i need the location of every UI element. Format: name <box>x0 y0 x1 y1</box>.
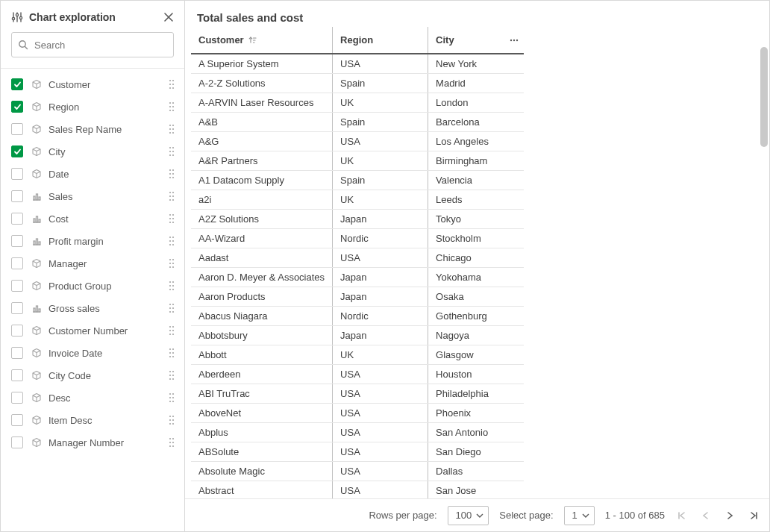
table-row[interactable]: A&GUSALos Angeles <box>191 132 524 151</box>
table-cell: Nagoya <box>428 326 524 345</box>
prev-page-button[interactable] <box>699 509 713 522</box>
table-cell: Abstract <box>191 481 333 499</box>
column-header[interactable]: Customer <box>191 27 333 54</box>
table-row[interactable]: A-ARVIN Laser ResourcesUKLondon <box>191 93 524 113</box>
field-checkbox[interactable] <box>11 436 23 448</box>
table-row[interactable]: Absolute MagicUSADallas <box>191 462 524 481</box>
table-row[interactable]: Aaron ProductsJapanOsaka <box>191 287 524 307</box>
field-checkbox[interactable] <box>11 414 23 426</box>
measure-icon <box>31 213 43 225</box>
field-item[interactable]: Customer Number <box>1 319 184 342</box>
field-checkbox[interactable] <box>11 78 23 90</box>
drag-handle-icon[interactable] <box>166 235 177 247</box>
close-icon[interactable] <box>163 12 174 22</box>
field-item[interactable]: Region <box>1 96 184 118</box>
table-row[interactable]: AberdeenUSAHouston <box>191 365 524 384</box>
field-checkbox[interactable] <box>11 369 23 381</box>
field-item[interactable]: Desc <box>1 387 184 409</box>
svg-point-150 <box>169 442 171 443</box>
field-checkbox[interactable] <box>11 123 23 135</box>
field-checkbox[interactable] <box>11 257 23 269</box>
table-row[interactable]: Aaron D. Meyer & AssociatesJapanYokohama <box>191 268 524 287</box>
field-item[interactable]: Date <box>1 163 184 185</box>
column-header[interactable]: City <box>428 27 524 54</box>
table-row[interactable]: A&R PartnersUKBirmingham <box>191 151 524 171</box>
vertical-scrollbar[interactable] <box>760 46 768 493</box>
table-row[interactable]: ABI TruTracUSAPhiladelphia <box>191 384 524 404</box>
column-menu-icon[interactable] <box>509 35 519 46</box>
field-item[interactable]: Product Group <box>1 275 184 297</box>
drag-handle-icon[interactable] <box>166 101 177 113</box>
field-checkbox[interactable] <box>11 347 23 359</box>
drag-handle-icon[interactable] <box>166 280 177 292</box>
search-input-wrap[interactable] <box>11 32 174 57</box>
table-row[interactable]: AbbotsburyJapanNagoya <box>191 326 524 345</box>
last-page-button[interactable] <box>747 509 760 522</box>
table-row[interactable]: AadastUSAChicago <box>191 248 524 268</box>
field-checkbox[interactable] <box>11 392 23 404</box>
field-item[interactable]: Cost <box>1 207 184 230</box>
field-checkbox[interactable] <box>11 190 23 202</box>
drag-handle-icon[interactable] <box>166 145 177 157</box>
drag-handle-icon[interactable] <box>166 392 177 404</box>
field-item[interactable]: Sales Rep Name <box>1 118 184 140</box>
table-row[interactable]: A2Z SolutionsJapanTokyo <box>191 210 524 229</box>
field-checkbox[interactable] <box>11 168 23 180</box>
table-row[interactable]: a2iUKLeeds <box>191 190 524 210</box>
drag-handle-icon[interactable] <box>166 257 177 269</box>
field-item[interactable]: Manager Number <box>1 431 184 454</box>
field-checkbox[interactable] <box>11 213 23 225</box>
svg-point-104 <box>169 311 171 313</box>
field-item[interactable]: Invoice Date <box>1 342 184 364</box>
search-input[interactable] <box>33 39 167 51</box>
svg-point-45 <box>172 169 174 171</box>
field-checkbox[interactable] <box>11 302 23 314</box>
drag-handle-icon[interactable] <box>166 347 177 359</box>
table-row[interactable]: A&BSpainBarcelona <box>191 113 524 132</box>
field-item[interactable]: City <box>1 140 184 163</box>
table-row[interactable]: ABSoluteUSASan Diego <box>191 442 524 462</box>
drag-handle-icon[interactable] <box>166 436 177 448</box>
field-label: Sales Rep Name <box>48 124 166 135</box>
field-item[interactable]: Item Desc <box>1 409 184 431</box>
table-cell: A1 Datacom Supply <box>191 171 333 190</box>
table-row[interactable]: Abacus NiagaraNordicGothenburg <box>191 307 524 326</box>
drag-handle-icon[interactable] <box>166 123 177 135</box>
table-row[interactable]: A-2-Z SolutionsSpainMadrid <box>191 74 524 93</box>
next-page-button[interactable] <box>723 509 736 522</box>
table-row[interactable]: A1 Datacom SupplySpainValencia <box>191 171 524 190</box>
rows-per-page-select[interactable]: 100 <box>448 506 489 525</box>
field-item[interactable]: City Code <box>1 364 184 387</box>
drag-handle-icon[interactable] <box>166 369 177 381</box>
field-item[interactable]: Gross sales <box>1 297 184 319</box>
field-item[interactable]: Profit margin <box>1 230 184 252</box>
field-item[interactable]: Manager <box>1 252 184 275</box>
column-header[interactable]: Region <box>333 27 428 54</box>
field-checkbox[interactable] <box>11 145 23 157</box>
drag-handle-icon[interactable] <box>166 302 177 314</box>
chart-exploration-panel: Chart exploration CustomerRegionSales Re… <box>1 1 185 531</box>
field-checkbox[interactable] <box>11 101 23 113</box>
table-row[interactable]: AbstractUSASan Jose <box>191 481 524 499</box>
table-row[interactable]: AboveNetUSAPhoenix <box>191 404 524 423</box>
field-list: CustomerRegionSales Rep NameCityDateSale… <box>1 69 184 531</box>
field-item[interactable]: Customer <box>1 73 184 96</box>
scrollbar-thumb[interactable] <box>760 47 768 147</box>
svg-rect-97 <box>34 308 35 312</box>
drag-handle-icon[interactable] <box>166 325 177 337</box>
table-row[interactable]: AA-WizardNordicStockholm <box>191 229 524 248</box>
first-page-button[interactable] <box>675 509 689 522</box>
table-row[interactable]: AbbottUKGlasgow <box>191 345 524 365</box>
drag-handle-icon[interactable] <box>166 414 177 426</box>
field-checkbox[interactable] <box>11 280 23 292</box>
table-row[interactable]: A Superior SystemUSANew York <box>191 54 524 74</box>
field-item[interactable]: Sales <box>1 185 184 207</box>
select-page-select[interactable]: 1 <box>564 506 595 525</box>
drag-handle-icon[interactable] <box>166 168 177 180</box>
drag-handle-icon[interactable] <box>166 78 177 90</box>
field-checkbox[interactable] <box>11 235 23 247</box>
table-row[interactable]: AbplusUSASan Antonio <box>191 423 524 442</box>
drag-handle-icon[interactable] <box>166 190 177 202</box>
drag-handle-icon[interactable] <box>166 213 177 225</box>
field-checkbox[interactable] <box>11 325 23 337</box>
